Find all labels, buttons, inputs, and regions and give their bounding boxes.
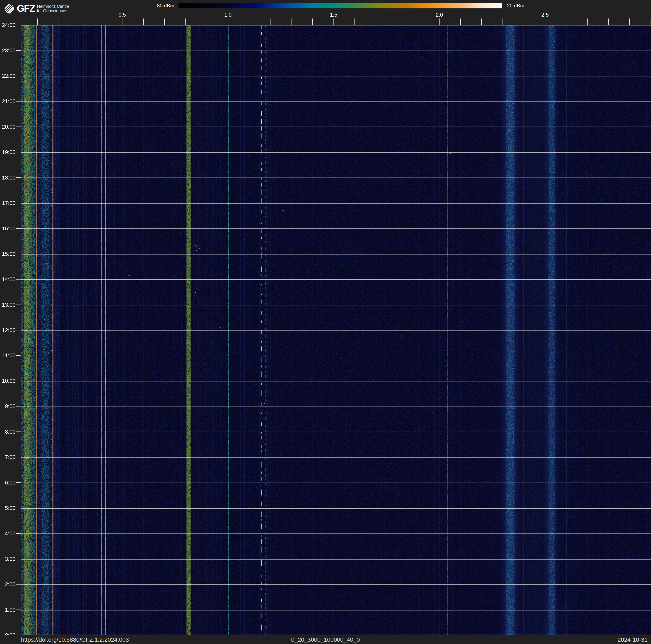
- y-axis-tick: [17, 76, 21, 76]
- x-axis-tick: [185, 19, 186, 25]
- x-axis-tick: [270, 19, 271, 25]
- header-bar: GFZ Helmholtz Centre for Geosciences -80…: [0, 0, 651, 25]
- y-axis-tick: [17, 406, 21, 407]
- x-axis-tick: [566, 19, 566, 25]
- y-axis-label: 1:00: [0, 607, 16, 613]
- y-axis-tick: [17, 432, 21, 432]
- y-axis-label: 6:00: [0, 480, 16, 486]
- y-axis-label: 2:00: [0, 581, 16, 587]
- x-axis-tick: [291, 19, 291, 25]
- colorbar-max-label: -20 dBm: [505, 3, 568, 8]
- x-axis-tick: [397, 19, 397, 25]
- x-axis-tick-label: 0.5: [113, 12, 132, 18]
- x-axis-tick: [439, 19, 439, 25]
- y-axis-label: 23:00: [0, 48, 16, 53]
- y-axis-tick: [17, 533, 21, 534]
- x-axis-tick: [418, 19, 418, 25]
- y-axis-tick: [17, 304, 21, 305]
- y-axis-label: 21:00: [0, 98, 16, 104]
- spectrogram-canvas: [21, 25, 651, 635]
- gfz-logo: GFZ Helmholtz Centre for Geosciences: [4, 4, 69, 14]
- x-axis-tick: [376, 19, 376, 25]
- y-axis-label: 17:00: [0, 200, 16, 206]
- y-axis-label: 24:00: [0, 22, 16, 28]
- footer-dataset: 0_20_3000_100000_40_0: [291, 635, 360, 644]
- x-axis-tick: [59, 19, 59, 25]
- y-axis-label: 5:00: [0, 505, 16, 511]
- x-axis-tick: [629, 19, 630, 25]
- y-axis-tick: [17, 355, 21, 356]
- y-axis-tick: [17, 584, 21, 585]
- y-axis-tick: [17, 508, 21, 508]
- org-abbrev: GFZ: [17, 4, 35, 13]
- x-axis-tick: [587, 19, 588, 25]
- y-axis-label: 22:00: [0, 73, 16, 79]
- y-axis-tick: [17, 559, 21, 559]
- x-axis-tick: [207, 19, 207, 25]
- y-axis-label: 18:00: [0, 175, 16, 180]
- y-axis-tick: [17, 203, 21, 203]
- y-axis-tick: [17, 50, 21, 51]
- y-axis-tick: [17, 482, 21, 483]
- gfz-globe-icon: [4, 4, 14, 14]
- y-axis-label: 11:00: [0, 352, 16, 358]
- x-axis-tick: [481, 19, 482, 25]
- y-axis-label: 19:00: [0, 149, 16, 155]
- y-axis-label: 3:00: [0, 556, 16, 562]
- y-axis-tick: [17, 254, 21, 254]
- x-axis-tick: [80, 19, 80, 25]
- y-axis-tick: [17, 381, 21, 381]
- x-axis-tick-label: 1.5: [324, 12, 343, 18]
- x-axis-tick: [228, 19, 228, 25]
- x-axis-tick: [312, 19, 313, 25]
- y-axis-label: 7:00: [0, 454, 16, 460]
- y-axis-label: 4:00: [0, 530, 16, 536]
- y-axis-tick: [17, 126, 21, 127]
- x-axis-tick: [143, 19, 144, 25]
- plot-area: [21, 25, 651, 635]
- x-axis-tick-label: 2.5: [536, 12, 555, 18]
- footer-bar: https://doi.org/10.5880/GFZ.1.2.2024.003…: [0, 635, 651, 644]
- y-axis-tick: [17, 279, 21, 280]
- x-axis-tick: [354, 19, 355, 25]
- y-axis-label: 15:00: [0, 251, 16, 257]
- y-axis-label: 14:00: [0, 276, 16, 282]
- footer-date: 2024-10-31: [618, 635, 648, 644]
- y-axis-tick: [17, 152, 21, 152]
- x-axis-tick: [101, 19, 101, 25]
- x-axis-tick: [608, 19, 609, 25]
- org-name: Helmholtz Centre for Geosciences: [37, 4, 69, 13]
- y-axis-tick: [17, 610, 21, 610]
- y-axis-label: 13:00: [0, 302, 16, 308]
- x-axis-tick: [502, 19, 503, 25]
- colorbar-min-label: -80 dBm: [126, 3, 174, 8]
- x-axis-tick-label: 1.0: [218, 12, 237, 18]
- x-axis-tick: [524, 19, 524, 25]
- y-axis-tick: [17, 25, 21, 25]
- x-axis-tick: [122, 19, 122, 25]
- y-axis-label: 10:00: [0, 378, 16, 384]
- x-axis-tick: [460, 19, 461, 25]
- org-name-line2: for Geosciences: [37, 9, 69, 13]
- y-axis-label: 16:00: [0, 226, 16, 231]
- y-axis-tick: [17, 101, 21, 101]
- x-axis-tick-label: 2.0: [430, 12, 449, 18]
- y-axis-label: 12:00: [0, 327, 16, 333]
- x-axis-tick: [545, 19, 546, 25]
- colorbar-gradient: [179, 3, 502, 8]
- y-axis-label: 20:00: [0, 124, 16, 130]
- x-axis-tick: [249, 19, 249, 25]
- x-axis-tick: [164, 19, 165, 25]
- y-axis-label: 8:00: [0, 429, 16, 435]
- footer-doi: https://doi.org/10.5880/GFZ.1.2.2024.003: [21, 635, 129, 644]
- y-axis-tick: [17, 177, 21, 178]
- y-axis-tick: [17, 330, 21, 330]
- x-axis-tick: [334, 19, 334, 25]
- x-axis-tick: [37, 19, 38, 25]
- y-axis-tick: [17, 457, 21, 457]
- y-axis-label: 9:00: [0, 403, 16, 409]
- y-axis-tick: [17, 228, 21, 229]
- org-name-line1: Helmholtz Centre: [37, 4, 69, 9]
